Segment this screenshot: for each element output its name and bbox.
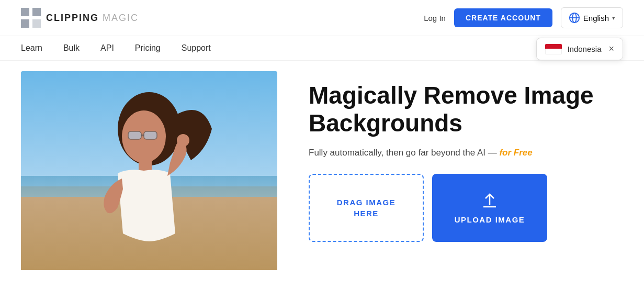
header-right: Log In CREATE ACCOUNT English ▾ [424,7,623,28]
svg-rect-9 [128,131,141,139]
hero-image-placeholder [21,71,277,270]
nav-item-bulk[interactable]: Bulk [63,43,80,53]
nav-item-pricing[interactable]: Pricing [135,43,161,53]
nav-item-support[interactable]: Support [182,43,211,53]
svg-rect-1 [32,8,41,16]
svg-rect-10 [144,131,157,139]
drag-image-box[interactable]: DRAG IMAGEHERE [309,174,424,242]
flag-white [545,49,562,54]
flag-red [545,44,562,49]
indonesia-flag [545,44,562,54]
hero-subtitle-pre: Fully automatically, then go far beyond … [309,148,497,158]
upload-icon [480,191,499,210]
indonesia-label: Indonesia [567,45,601,53]
chevron-down-icon: ▾ [612,15,615,21]
hero-image [21,71,277,270]
logo[interactable]: CLIPPING MAGIC [21,8,139,28]
logo-icon [21,8,41,28]
hero-title: Magically Remove Image Backgrounds [309,82,623,137]
woman-silhouette [76,87,222,270]
lang-label: English [583,14,609,23]
svg-rect-2 [21,19,29,28]
drag-image-label: DRAG IMAGEHERE [337,197,396,219]
hero-text: Magically Remove Image Backgrounds Fully… [309,61,623,242]
hero-subtitle: Fully automatically, then go far beyond … [309,148,623,158]
hero-free-text: for Free [499,148,532,158]
close-language-icon[interactable]: × [608,43,614,54]
create-account-button[interactable]: CREATE ACCOUNT [454,8,552,27]
nav-item-learn[interactable]: Learn [21,43,42,53]
globe-icon [569,12,580,24]
main-content: Magically Remove Image Backgrounds Fully… [0,61,644,270]
language-button[interactable]: English ▾ [561,7,623,28]
svg-rect-0 [21,8,29,16]
cta-area: DRAG IMAGEHERE UPLOAD IMAGE [309,174,623,242]
svg-rect-3 [32,19,41,28]
svg-point-13 [177,134,189,147]
header: CLIPPING MAGIC Log In CREATE ACCOUNT Eng… [0,0,644,36]
upload-image-label: UPLOAD IMAGE [455,215,525,224]
login-link[interactable]: Log In [424,14,446,23]
upload-image-button[interactable]: UPLOAD IMAGE [432,174,547,242]
nav-item-api[interactable]: API [100,43,114,53]
logo-text: CLIPPING MAGIC [46,13,139,24]
language-dropdown: Indonesia × [536,38,623,60]
